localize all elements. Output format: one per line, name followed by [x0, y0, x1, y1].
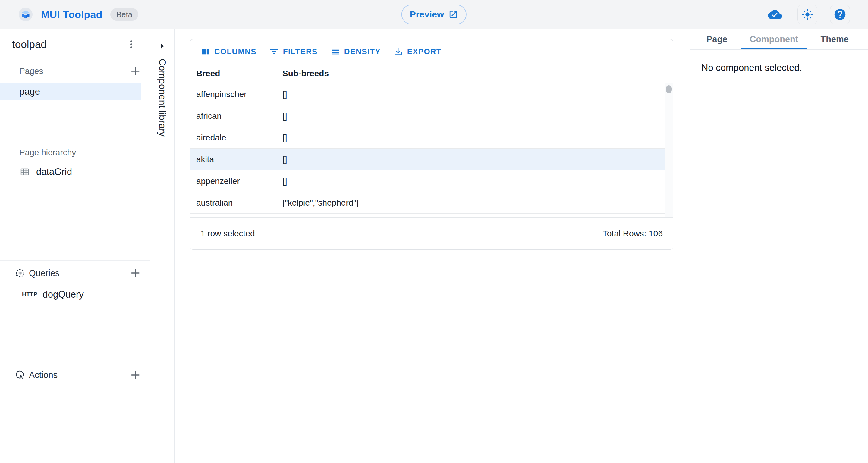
cell-breed: appenzeller [190, 176, 276, 186]
datagrid-item-label: dataGrid [36, 166, 72, 177]
cell-breed: airedale [190, 133, 276, 143]
chevron-right-icon [159, 42, 165, 50]
page-item-label: page [19, 86, 40, 97]
export-button-label: EXPORT [407, 47, 441, 56]
export-download-icon [393, 47, 403, 56]
cell-breed: african [190, 111, 276, 121]
sidebar-item-page[interactable]: page [0, 83, 141, 100]
filter-list-icon [269, 47, 279, 56]
action-icon [15, 370, 25, 380]
active-tab-indicator [741, 48, 807, 50]
table-row-selected[interactable]: akita [] [190, 149, 664, 170]
columns-button-label: COLUMNS [214, 47, 256, 56]
export-button[interactable]: EXPORT [389, 42, 446, 61]
cell-sub-breeds: [] [276, 176, 664, 186]
tab-page[interactable]: Page [698, 29, 736, 50]
tab-component[interactable]: Component [741, 29, 807, 50]
cell-sub-breeds: [] [276, 133, 664, 143]
datagrid-component[interactable]: COLUMNS FILTERS DE [190, 39, 673, 250]
page-hierarchy-label: Page hierarchy [19, 148, 76, 157]
add-action-button[interactable] [128, 368, 143, 382]
total-rows-count: Total Rows: 106 [603, 229, 663, 239]
column-header-breed[interactable]: Breed [190, 69, 276, 79]
cell-sub-breeds: [] [276, 90, 664, 99]
datagrid-header-row: Breed Sub-breeds [190, 64, 673, 84]
component-library-strip[interactable]: Component library [150, 29, 175, 463]
actions-header: Actions [0, 363, 150, 387]
tab-component-label: Component [749, 34, 798, 44]
sidebar-item-datagrid[interactable]: dataGrid [0, 163, 150, 181]
column-header-sub-breeds[interactable]: Sub-breeds [276, 69, 673, 79]
table-row[interactable]: airedale [] [190, 127, 664, 149]
sidebar-item-dogquery[interactable]: HTTP dogQuery [0, 285, 150, 304]
actions-section: Actions [0, 363, 150, 387]
vertical-scrollbar[interactable] [664, 84, 673, 217]
plus-icon [129, 65, 142, 78]
cell-breed: akita [190, 155, 276, 164]
project-row: toolpad [0, 29, 150, 59]
project-menu-button[interactable] [124, 35, 138, 53]
queries-header: Queries [0, 261, 150, 285]
table-row[interactable]: appenzeller [] [190, 170, 664, 192]
selected-rows-count: 1 row selected [200, 229, 255, 239]
preview-button[interactable]: Preview [401, 4, 467, 24]
inspector-panel: Page Component Theme No component select… [689, 29, 868, 463]
theme-toggle-button[interactable] [798, 4, 817, 24]
mui-toolpad-logo-icon [19, 7, 33, 22]
cell-sub-breeds: [] [276, 111, 664, 121]
scrollbar-thumb[interactable] [666, 85, 672, 93]
plus-icon [129, 369, 142, 381]
empty-state-message: No component selected. [701, 62, 802, 73]
filters-button[interactable]: FILTERS [264, 42, 322, 61]
cell-breed: australian [190, 198, 276, 208]
inspector-body: No component selected. [690, 50, 868, 86]
datagrid-toolbar: COLUMNS FILTERS DE [190, 39, 673, 64]
density-button-label: DENSITY [344, 47, 381, 56]
app-header: MUI Toolpad Beta Preview [0, 0, 868, 29]
tab-theme[interactable]: Theme [811, 29, 858, 50]
cell-sub-breeds: [] [276, 155, 664, 164]
pages-label: Pages [19, 66, 43, 76]
project-name: toolpad [12, 38, 47, 50]
pages-header: Pages [0, 64, 150, 79]
table-row[interactable]: african [] [190, 105, 664, 127]
datagrid-body: affenpinscher [] african [] airedale [] … [190, 84, 673, 217]
main-row: toolpad Pages [0, 29, 868, 463]
density-button[interactable]: DENSITY [326, 42, 385, 61]
view-columns-icon [200, 47, 210, 56]
table-row-partial [190, 214, 664, 217]
add-page-button[interactable] [128, 64, 143, 79]
datagrid-footer: 1 row selected Total Rows: 106 [190, 217, 673, 249]
light-mode-sun-icon [801, 8, 813, 21]
add-query-button[interactable] [128, 266, 143, 280]
plus-icon [129, 267, 142, 279]
pages-section: Pages page [0, 59, 150, 142]
queries-section: Queries HTTP dogQuery [0, 261, 150, 363]
density-icon [330, 47, 340, 56]
header-actions [765, 4, 850, 24]
query-icon [15, 268, 25, 278]
cell-sub-breeds: ["kelpie","shepherd"] [276, 198, 664, 208]
help-button[interactable] [830, 4, 850, 24]
help-icon [833, 8, 846, 21]
canvas-bottom-edge [150, 461, 868, 461]
component-library-label: Component library [157, 59, 167, 136]
open-in-new-icon [448, 10, 458, 19]
app-title: MUI Toolpad [41, 9, 102, 21]
preview-button-label: Preview [410, 9, 444, 20]
page-hierarchy-section: Page hierarchy dataGrid [0, 142, 150, 260]
http-badge: HTTP [22, 291, 38, 298]
data-grid-icon [20, 167, 30, 177]
queries-label: Queries [29, 268, 60, 278]
dogquery-item-label: dogQuery [43, 289, 84, 300]
cell-breed: affenpinscher [190, 90, 276, 99]
filters-button-label: FILTERS [283, 47, 318, 56]
datagrid-rows: affenpinscher [] african [] airedale [] … [190, 84, 664, 217]
kebab-menu-icon [126, 39, 136, 50]
beta-badge: Beta [110, 8, 138, 21]
brand: MUI Toolpad Beta [19, 7, 138, 22]
table-row[interactable]: affenpinscher [] [190, 84, 664, 105]
columns-button[interactable]: COLUMNS [195, 42, 261, 61]
inspector-tabs: Page Component Theme [690, 29, 868, 50]
table-row[interactable]: australian ["kelpie","shepherd"] [190, 192, 664, 214]
